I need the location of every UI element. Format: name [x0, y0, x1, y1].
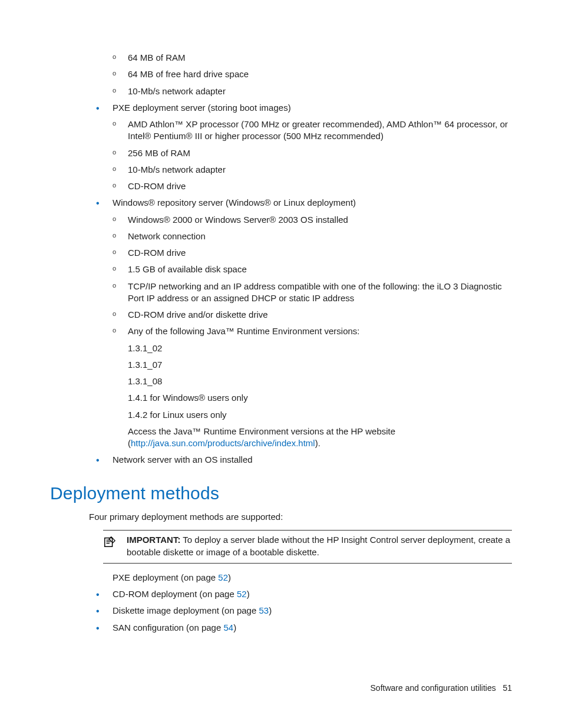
sub-list: AMD Athlon™ XP processor (700 MHz or gre…	[113, 118, 512, 192]
callout-body: To deploy a server blade without the HP …	[127, 535, 510, 556]
java-link-line: Access the Java™ Runtime Environment ver…	[128, 426, 512, 450]
text: 1.3.1_07	[128, 359, 512, 371]
list-item: 64 MB of RAM	[113, 52, 512, 64]
list-item: Network connection	[113, 230, 512, 242]
text: CD-ROM drive and/or diskette drive	[128, 309, 268, 319]
list-item: Any of the following Java™ Runtime Envir…	[113, 325, 512, 449]
text: 1.4.2 for Linux users only	[128, 409, 512, 421]
sub-list: Windows® 2000 or Windows Server® 2003 OS…	[113, 214, 512, 450]
version-lines: 1.3.1_02 1.3.1_07 1.3.1_08 1.4.1 for Win…	[128, 342, 512, 450]
text: ).	[315, 438, 320, 448]
text: 64 MB of RAM	[128, 52, 186, 62]
page-link[interactable]: 54	[223, 622, 233, 633]
callout-label: IMPORTANT:	[127, 535, 180, 545]
text: 256 MB of RAM	[128, 148, 190, 158]
java-archive-link[interactable]: http://java.sun.com/products/archive/ind…	[131, 438, 315, 448]
page: 64 MB of RAM 64 MB of free hard drive sp…	[0, 0, 562, 728]
list-item: Network server with an OS installed	[91, 454, 512, 466]
section-heading-deployment-methods: Deployment methods	[50, 482, 512, 506]
list-item: Diskette image deployment (on page 53)	[91, 605, 512, 617]
text: AMD Athlon™ XP processor (700 MHz or gre…	[128, 119, 508, 141]
svg-rect-0	[105, 538, 113, 547]
text: Diskette image deployment (on page	[113, 605, 259, 615]
page-footer: Software and configuration utilities 51	[371, 683, 512, 694]
footer-text: Software and configuration utilities	[371, 683, 496, 693]
deployment-methods-list: PXE deployment (on page 52) CD-ROM deplo…	[91, 572, 512, 634]
list-item: 64 MB of RAM 64 MB of free hard drive sp…	[91, 52, 512, 97]
list-item: 1.5 GB of available disk space	[113, 263, 512, 275]
text: )	[269, 605, 272, 615]
list-item: Windows® 2000 or Windows Server® 2003 OS…	[113, 214, 512, 226]
page-link[interactable]: 52	[237, 589, 247, 599]
text: CD-ROM drive	[128, 248, 186, 258]
list-item: CD-ROM deployment (on page 52)	[91, 588, 512, 600]
callout-text: IMPORTANT: To deploy a server blade with…	[127, 534, 512, 558]
list-item: PXE deployment (on page 52)	[91, 572, 512, 584]
list-item: TCP/IP networking and an IP address comp…	[113, 281, 512, 305]
list-item: Windows® repository server (Windows® or …	[91, 197, 512, 449]
list-item: 10-Mb/s network adapter	[113, 85, 512, 97]
text: PXE deployment (on page	[113, 572, 218, 582]
text: )	[228, 572, 231, 582]
text: CD-ROM deployment (on page	[113, 589, 237, 599]
requirements-list: 64 MB of RAM 64 MB of free hard drive sp…	[91, 52, 512, 466]
text: SAN configuration (on page	[113, 622, 223, 633]
page-number: 51	[503, 683, 512, 693]
intro-text: Four primary deployment methods are supp…	[89, 511, 512, 523]
text: TCP/IP networking and an IP address comp…	[128, 281, 502, 303]
text: 64 MB of free hard drive space	[128, 69, 249, 79]
text: Any of the following Java™ Runtime Envir…	[128, 326, 360, 336]
text: )	[247, 589, 250, 599]
text: 1.5 GB of available disk space	[128, 264, 247, 274]
list-item: PXE deployment server (storing boot imag…	[91, 102, 512, 193]
list-item: 10-Mb/s network adapter	[113, 164, 512, 176]
important-icon	[103, 534, 127, 551]
text: PXE deployment server (storing boot imag…	[113, 103, 291, 113]
list-item: CD-ROM drive	[113, 247, 512, 259]
text: 10-Mb/s network adapter	[128, 164, 226, 174]
text: 1.3.1_08	[128, 375, 512, 387]
sub-list: 64 MB of RAM 64 MB of free hard drive sp…	[113, 52, 512, 97]
list-item: CD-ROM drive and/or diskette drive	[113, 309, 512, 321]
list-item: CD-ROM drive	[113, 180, 512, 192]
list-item: 256 MB of RAM	[113, 147, 512, 159]
text: 1.3.1_02	[128, 342, 512, 354]
page-link[interactable]: 53	[259, 605, 269, 615]
text: Windows® repository server (Windows® or …	[113, 197, 356, 207]
text: 10-Mb/s network adapter	[128, 86, 226, 96]
list-item: SAN configuration (on page 54)	[91, 622, 512, 634]
text: Network connection	[128, 231, 206, 241]
text: CD-ROM drive	[128, 181, 186, 191]
list-item: AMD Athlon™ XP processor (700 MHz or gre…	[113, 118, 512, 143]
text: Network server with an OS installed	[113, 454, 253, 465]
text: Windows® 2000 or Windows Server® 2003 OS…	[128, 215, 348, 225]
list-item: 64 MB of free hard drive space	[113, 68, 512, 80]
text: )	[233, 622, 236, 633]
important-callout: IMPORTANT: To deploy a server blade with…	[103, 530, 512, 564]
text: 1.4.1 for Windows® users only	[128, 392, 512, 404]
page-link[interactable]: 52	[218, 572, 228, 582]
